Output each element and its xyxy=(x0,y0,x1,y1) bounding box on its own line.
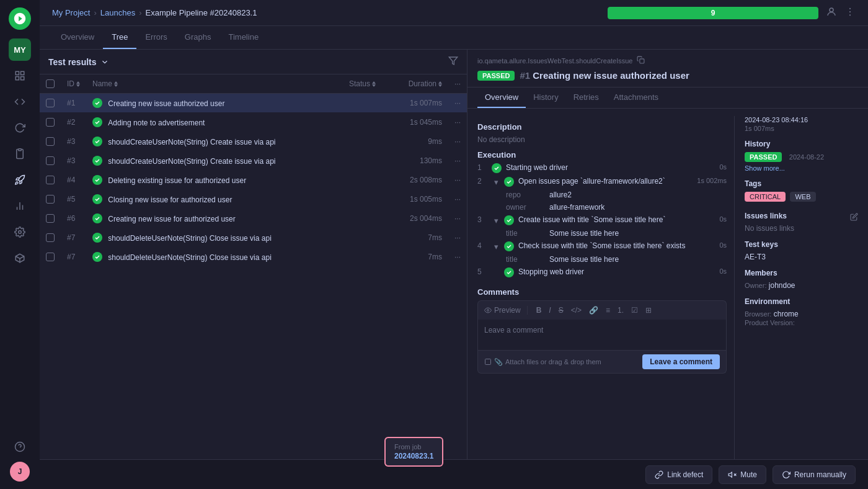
header-avatar-icon[interactable] xyxy=(826,6,837,19)
sidebar-icon-refresh[interactable] xyxy=(9,117,31,139)
sidebar-icon-dashboard[interactable] xyxy=(9,65,31,87)
copy-icon[interactable] xyxy=(637,56,645,65)
step-4-expand[interactable]: ▾ xyxy=(491,241,501,251)
row-more[interactable]: ··· xyxy=(448,113,467,132)
overview-sidebar: 2024-08-23 08:44:16 1s 007ms History PAS… xyxy=(734,116,858,482)
breadcrumb-project[interactable]: My Project xyxy=(52,8,90,17)
show-more-btn[interactable]: Show more... xyxy=(745,164,858,172)
detail-tab-attachments[interactable]: Attachments xyxy=(606,87,666,108)
table-row[interactable]: #7 shouldDeleteUserNote(String) Close is… xyxy=(40,228,467,248)
submit-comment-btn[interactable]: Leave a comment xyxy=(642,354,720,369)
table-row[interactable]: #5 Closing new issue for authorized user… xyxy=(40,190,467,209)
browser-row: Browser: chrome xyxy=(745,310,858,318)
table-row[interactable]: #4 Deleting existing issue for authorize… xyxy=(40,171,467,190)
tab-graphs[interactable]: Graphs xyxy=(176,26,220,49)
mute-btn[interactable]: Mute xyxy=(719,465,766,484)
from-job-label: From job xyxy=(394,443,433,451)
detail-tab-retries[interactable]: Retries xyxy=(566,87,606,108)
tab-tree[interactable]: Tree xyxy=(103,26,136,49)
row-checkbox-3[interactable] xyxy=(46,156,55,165)
test-results-label: Test results xyxy=(48,57,97,67)
row-status-icon xyxy=(92,252,102,262)
preview-btn[interactable]: Preview xyxy=(484,306,521,315)
row-checkbox-4[interactable] xyxy=(46,176,55,184)
row-more[interactable]: ··· xyxy=(448,94,467,113)
row-checkbox-5[interactable] xyxy=(46,195,55,204)
toolbar-unordered-list[interactable]: ≡ xyxy=(603,305,613,316)
rerun-btn[interactable]: Rerun manually xyxy=(773,465,856,484)
app-logo[interactable] xyxy=(9,7,31,30)
user-avatar[interactable]: J xyxy=(10,462,30,482)
detail-tab-history[interactable]: History xyxy=(526,87,565,108)
step-3-expand[interactable]: ▾ xyxy=(491,215,501,225)
toolbar-code[interactable]: </> xyxy=(569,305,584,316)
row-id: #3 xyxy=(61,151,86,171)
row-duration: 7ms xyxy=(392,228,448,248)
table-row[interactable]: #7 shouldDeleteUserNote(String) Close is… xyxy=(40,248,467,267)
row-checkbox-0[interactable] xyxy=(46,99,55,107)
from-job-value[interactable]: 20240823.1 xyxy=(394,452,433,460)
header-more-icon[interactable] xyxy=(844,6,856,19)
col-status[interactable]: Status xyxy=(343,74,392,94)
row-checkbox-2[interactable] xyxy=(46,137,55,146)
project-avatar[interactable]: MY xyxy=(9,38,31,61)
table-row[interactable]: #3 shouldCreateUserNote(String) Create i… xyxy=(40,132,467,151)
row-checkbox-6[interactable] xyxy=(46,214,55,223)
edit-issues-icon[interactable] xyxy=(850,213,858,223)
sidebar-icon-package[interactable] xyxy=(9,247,31,269)
row-name-text: Closing new issue for authorized user xyxy=(108,195,232,204)
detail-tab-overview[interactable]: Overview xyxy=(477,87,526,108)
toolbar-bold[interactable]: B xyxy=(534,305,544,316)
sidebar-icon-gear[interactable] xyxy=(9,221,31,243)
svg-rect-0 xyxy=(16,71,19,74)
toolbar-strikethrough[interactable]: S xyxy=(556,305,566,316)
link-defect-btn[interactable]: Link defect xyxy=(645,465,712,484)
step-2-expand[interactable]: ▾ xyxy=(491,177,501,187)
row-checkbox-7[interactable] xyxy=(46,233,55,242)
row-name: Deleting existing issue for authorized u… xyxy=(86,171,343,190)
table-row[interactable]: #6 Creating new issue for authorized use… xyxy=(40,209,467,228)
col-id[interactable]: ID xyxy=(61,74,86,94)
test-duration-sidebar: 1s 007ms xyxy=(745,125,858,132)
tab-overview[interactable]: Overview xyxy=(52,26,103,49)
row-more[interactable]: ··· xyxy=(448,132,467,151)
toolbar-ordered-list[interactable]: 1. xyxy=(615,305,626,316)
row-more[interactable]: ··· xyxy=(448,171,467,190)
tag-critical[interactable]: CRITICAL xyxy=(745,192,786,202)
tab-timeline[interactable]: Timeline xyxy=(219,26,267,49)
sidebar-icon-rocket[interactable] xyxy=(9,169,31,191)
attach-files-btn[interactable]: 📎 Attach files or drag & drop them xyxy=(484,358,601,366)
breadcrumb-launches[interactable]: Launches xyxy=(100,8,135,17)
sidebar-icon-help[interactable] xyxy=(9,436,31,458)
row-more[interactable]: ··· xyxy=(448,151,467,171)
select-all-checkbox[interactable] xyxy=(46,79,55,88)
toolbar-link[interactable]: 🔗 xyxy=(587,305,601,316)
step-4-text: Check issue with title `Some issue title… xyxy=(518,241,714,250)
toolbar-table[interactable]: ⊞ xyxy=(643,305,654,316)
step-row-2: 2 ▾ Open issues page `allure-framework/a… xyxy=(477,177,727,187)
toolbar-checklist[interactable]: ☑ xyxy=(629,305,640,316)
sidebar-icon-clipboard[interactable] xyxy=(9,143,31,165)
env-label: Environment xyxy=(745,297,858,306)
row-more[interactable]: ··· xyxy=(448,209,467,228)
tab-errors[interactable]: Errors xyxy=(136,26,175,49)
row-checkbox-1[interactable] xyxy=(46,118,55,127)
table-row[interactable]: #2 Adding note to advertisement 1s 045ms… xyxy=(40,113,467,132)
col-duration[interactable]: Duration xyxy=(392,74,448,94)
tag-web[interactable]: WEB xyxy=(790,192,815,202)
row-more[interactable]: ··· xyxy=(448,248,467,267)
filter-icon[interactable] xyxy=(448,56,458,68)
sidebar-icon-chart[interactable] xyxy=(9,195,31,217)
row-checkbox-8[interactable] xyxy=(46,253,55,261)
table-row[interactable]: #3 shouldCreateUserNote(String) Create i… xyxy=(40,151,467,171)
table-row[interactable]: #1 Creating new issue authorized user 1s… xyxy=(40,94,467,113)
test-results-title[interactable]: Test results xyxy=(48,57,109,67)
toolbar-italic[interactable]: I xyxy=(546,305,553,316)
comment-input[interactable]: Leave a comment xyxy=(477,320,727,351)
row-more[interactable]: ··· xyxy=(448,228,467,248)
col-name[interactable]: Name xyxy=(86,74,343,94)
mute-label: Mute xyxy=(740,470,757,479)
row-name: Creating new issue for authorized user xyxy=(86,209,343,228)
sidebar-icon-code[interactable] xyxy=(9,91,31,113)
row-more[interactable]: ··· xyxy=(448,190,467,209)
